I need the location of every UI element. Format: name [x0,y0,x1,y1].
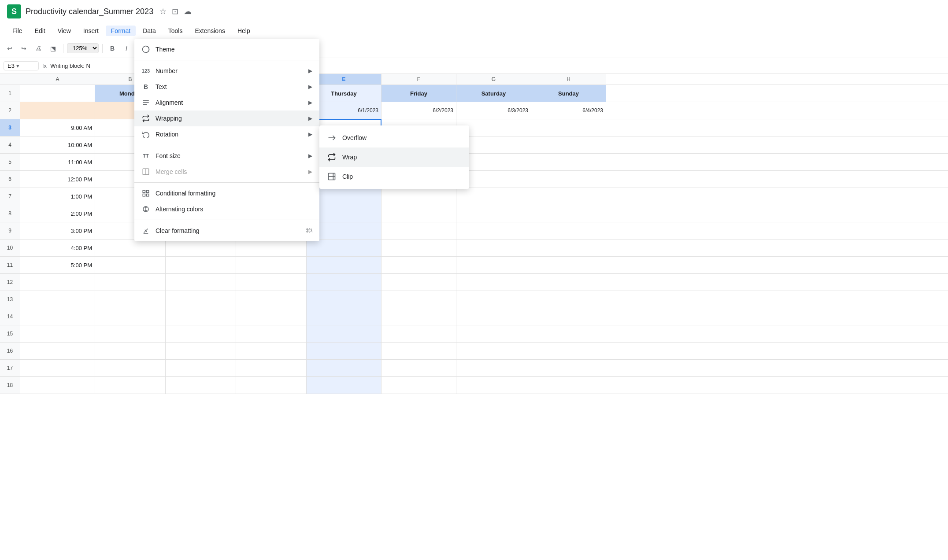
formula-content: Writing block: N [50,63,90,69]
cell-a8[interactable]: 2:00 PM [20,205,95,222]
menu-option-text[interactable]: B Text ▶ [134,79,319,95]
cell-a4[interactable]: 10:00 AM [20,136,95,153]
cell-a5[interactable]: 11:00 AM [20,154,95,170]
format-menu: Theme 123 Number ▶ B Text ▶ Alignment ▶ [134,39,319,241]
clear-icon [141,226,150,235]
clip-icon [326,171,337,182]
zoom-selector[interactable]: 125% 100% 75% 50% [67,43,99,53]
row-num-2: 2 [0,102,20,119]
rotation-icon [141,130,150,139]
table-row: 12 [0,274,948,291]
col-header-g[interactable]: G [456,74,531,85]
wrap-option-wrap[interactable]: Wrap [319,147,469,167]
cell-g1[interactable]: Saturday [456,85,531,102]
bold-button[interactable]: B [106,42,118,55]
italic-button[interactable]: I [120,42,133,55]
cloud-icon[interactable]: ☁ [184,7,192,16]
menu-option-font-size[interactable]: TT Font size ▶ [134,148,319,164]
col-header-h[interactable]: H [531,74,606,85]
menu-view[interactable]: View [52,26,76,36]
cell-a10[interactable]: 4:00 PM [20,239,95,256]
menu-option-clear[interactable]: Clear formatting ⌘\ [134,223,319,239]
menu-option-number[interactable]: 123 Number ▶ [134,63,319,79]
font-size-label: Font size [156,152,303,159]
rotation-arrow: ▶ [308,131,312,137]
svg-rect-7 [147,190,149,192]
alternating-label: Alternating colors [156,206,312,213]
number-arrow: ▶ [308,68,312,74]
cell-f2[interactable]: 6/2/2023 [381,102,456,119]
menu-insert[interactable]: Insert [78,26,104,36]
menu-option-alternating[interactable]: Alternating colors [134,201,319,217]
wrap-option-overflow[interactable]: Overflow [319,128,469,147]
menu-edit[interactable]: Edit [30,26,51,36]
menu-help[interactable]: Help [232,26,256,36]
redo-button[interactable]: ↪ [18,42,30,55]
paint-format-button[interactable]: ⬔ [47,42,59,55]
wrap-label: Wrap [342,154,357,161]
toolbar-divider-1 [63,44,63,53]
star-icon[interactable]: ☆ [159,7,167,16]
table-row: 15 [0,325,948,343]
cell-h2[interactable]: 6/4/2023 [531,102,606,119]
cell-a3[interactable]: 9:00 AM [20,119,95,136]
menu-option-theme[interactable]: Theme [134,41,319,57]
cell-a11[interactable]: 5:00 PM [20,257,95,273]
menu-option-conditional[interactable]: Conditional formatting [134,185,319,201]
cell-reference[interactable]: E3 ▾ [4,61,39,70]
text-icon: B [141,82,150,91]
menu-format[interactable]: Format [106,26,136,36]
clear-shortcut: ⌘\ [306,228,312,234]
conditional-label: Conditional formatting [156,190,312,197]
cell-h4[interactable] [531,136,606,153]
cell-a7[interactable]: 1:00 PM [20,188,95,205]
table-row: 14 [0,308,948,325]
svg-rect-6 [143,190,145,192]
rotation-label: Rotation [156,131,303,138]
menu-option-wrapping[interactable]: Wrapping ▶ [134,111,319,126]
alignment-icon [141,98,150,107]
undo-button[interactable]: ↩ [4,42,16,55]
wrapping-label: Wrapping [156,115,303,122]
menu-extensions[interactable]: Extensions [189,26,230,36]
cell-h3[interactable] [531,119,606,136]
merge-cells-arrow: ▶ [308,169,312,175]
table-row: 11 5:00 PM [0,257,948,274]
theme-icon [141,45,150,54]
menu-divider-2 [134,145,319,145]
alignment-arrow: ▶ [308,99,312,106]
cell-a6[interactable]: 12:00 PM [20,171,95,188]
menu-tools[interactable]: Tools [163,26,188,36]
toolbar-divider-2 [102,44,103,53]
app-logo: S [7,4,21,18]
cell-f1[interactable]: Friday [381,85,456,102]
menu-data[interactable]: Data [137,26,161,36]
wrap-option-clip[interactable]: Clip [319,167,469,186]
alignment-label: Alignment [156,99,303,106]
table-row: 10 4:00 PM [0,239,948,257]
text-label: Text [156,83,303,90]
document-title[interactable]: Productivity calendar_Summer 2023 [26,7,153,16]
col-header-f[interactable]: F [381,74,456,85]
table-row: 17 [0,360,948,377]
menu-divider-4 [134,220,319,220]
print-button[interactable]: 🖨 [32,42,45,55]
overflow-label: Overflow [342,134,367,141]
col-header-a[interactable]: A [20,74,95,85]
cell-a9[interactable]: 3:00 PM [20,222,95,239]
menu-option-rotation[interactable]: Rotation ▶ [134,126,319,142]
menu-file[interactable]: File [7,26,28,36]
menu-divider-1 [134,60,319,60]
formula-icon: fx [42,63,47,69]
number-icon: 123 [141,66,150,75]
row-num-4: 4 [0,136,20,153]
cell-g2[interactable]: 6/3/2023 [456,102,531,119]
menu-option-alignment[interactable]: Alignment ▶ [134,95,319,111]
cell-a1[interactable] [20,85,95,102]
font-size-arrow: ▶ [308,153,312,159]
cell-h1[interactable]: Sunday [531,85,606,102]
table-row: 16 [0,343,948,360]
folder-icon[interactable]: ⊡ [172,7,178,16]
wrap-icon [326,152,337,162]
cell-a2[interactable] [20,102,95,119]
